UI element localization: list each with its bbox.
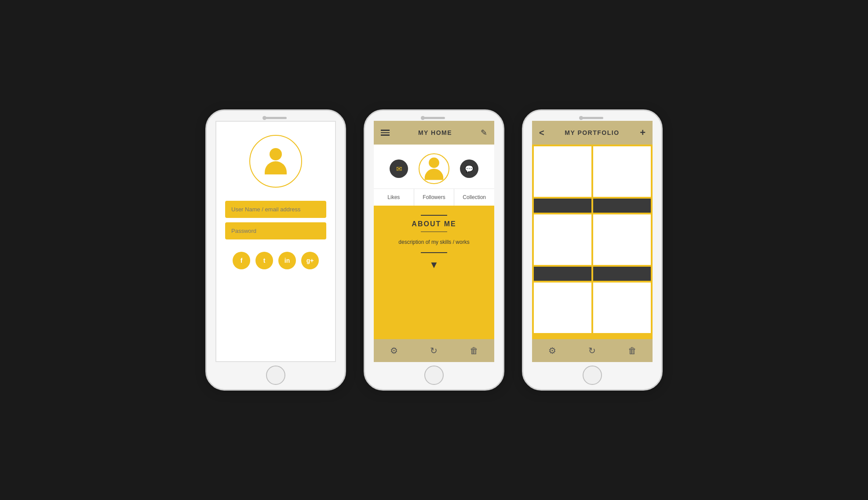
- portfolio-title: MY PORTFOLIO: [544, 129, 640, 136]
- home-button-2[interactable]: [424, 366, 444, 385]
- chat-button[interactable]: 💬: [460, 159, 478, 178]
- profile-avatar: [419, 153, 449, 184]
- avatar-person: [263, 148, 289, 174]
- app-header: MY HOME ✎: [374, 121, 494, 145]
- edit-icon[interactable]: ✎: [481, 128, 487, 138]
- settings-icon[interactable]: ⚙: [390, 345, 398, 356]
- add-icon[interactable]: +: [640, 127, 646, 138]
- portfolio-label-2: [534, 267, 591, 281]
- app-footer-home: ⚙ ↻ 🗑: [374, 339, 494, 362]
- portfolio-card-6[interactable]: [593, 283, 651, 333]
- trash-icon-portfolio[interactable]: 🗑: [628, 346, 637, 356]
- profile-avatar-person: [423, 158, 445, 180]
- portfolio-card-5[interactable]: [593, 214, 651, 265]
- phone-portfolio: < MY PORTFOLIO +: [522, 109, 663, 391]
- portfolio-label-1: [534, 199, 591, 213]
- phone-speaker-3: [581, 117, 603, 119]
- about-divider-top: [421, 215, 447, 216]
- portfolio-card-1[interactable]: [534, 146, 591, 197]
- avatar-head: [270, 148, 282, 160]
- stat-collection[interactable]: Collection: [454, 189, 494, 206]
- app-footer-portfolio: ⚙ ↻ 🗑: [532, 339, 653, 362]
- portfolio-card-2[interactable]: [534, 214, 591, 265]
- portfolio-card-4[interactable]: [593, 146, 651, 197]
- about-desc: description of my skills / works: [398, 238, 469, 246]
- trash-icon[interactable]: 🗑: [470, 346, 478, 356]
- phone-login: f t in g+: [205, 109, 346, 391]
- home-button-1[interactable]: [266, 366, 285, 385]
- portfolio-screen: < MY PORTFOLIO +: [532, 121, 653, 362]
- login-screen: f t in g+: [215, 121, 336, 362]
- username-input[interactable]: [225, 201, 326, 218]
- profile-body: [425, 169, 444, 180]
- envelope-icon: ✉: [396, 165, 402, 173]
- stat-likes[interactable]: Likes: [374, 189, 414, 206]
- phones-container: f t in g+: [188, 92, 680, 408]
- stats-bar: Likes Followers Collection: [374, 188, 494, 207]
- google-button[interactable]: g+: [301, 252, 319, 269]
- portfolio-grid: [532, 145, 653, 339]
- portfolio-header: < MY PORTFOLIO +: [532, 121, 653, 145]
- portfolio-col-right: [593, 146, 651, 337]
- about-divider-bottom: [421, 232, 447, 232]
- phone-home: MY HOME ✎ ✉ 💬 Likes: [364, 109, 504, 391]
- avatar-circle: [249, 135, 302, 188]
- about-divider-3: [421, 252, 447, 253]
- portfolio-card-3[interactable]: [534, 283, 591, 333]
- about-section: ABOUT ME description of my skills / work…: [374, 207, 494, 339]
- about-title: ABOUT ME: [412, 220, 456, 228]
- stat-followers[interactable]: Followers: [414, 189, 455, 206]
- phone-camera-2: [421, 116, 425, 120]
- home-screen: MY HOME ✎ ✉ 💬 Likes: [374, 121, 494, 362]
- portfolio-label-4: [593, 267, 651, 281]
- social-icons: f t in g+: [233, 252, 319, 269]
- portfolio-label-3: [593, 199, 651, 213]
- twitter-button[interactable]: t: [255, 252, 273, 269]
- avatar-body: [265, 161, 287, 174]
- home-button-3[interactable]: [583, 366, 602, 385]
- profile-head: [429, 158, 439, 168]
- back-icon[interactable]: <: [539, 128, 544, 138]
- message-button[interactable]: ✉: [390, 159, 408, 178]
- phone-speaker: [265, 117, 287, 119]
- profile-section: ✉ 💬: [374, 145, 494, 188]
- refresh-icon[interactable]: ↻: [430, 345, 438, 356]
- linkedin-button[interactable]: in: [278, 252, 296, 269]
- phone-camera-3: [579, 116, 583, 120]
- chat-icon: 💬: [465, 165, 474, 173]
- settings-icon-portfolio[interactable]: ⚙: [548, 345, 556, 356]
- hamburger-icon[interactable]: [381, 130, 390, 136]
- home-title: MY HOME: [390, 129, 481, 136]
- portfolio-col-left: [534, 146, 591, 337]
- phone-speaker-2: [423, 117, 445, 119]
- facebook-button[interactable]: f: [233, 252, 250, 269]
- refresh-icon-portfolio[interactable]: ↻: [588, 345, 596, 356]
- password-input[interactable]: [225, 222, 326, 239]
- phone-camera: [263, 116, 266, 120]
- down-arrow-icon: ▼: [429, 259, 439, 271]
